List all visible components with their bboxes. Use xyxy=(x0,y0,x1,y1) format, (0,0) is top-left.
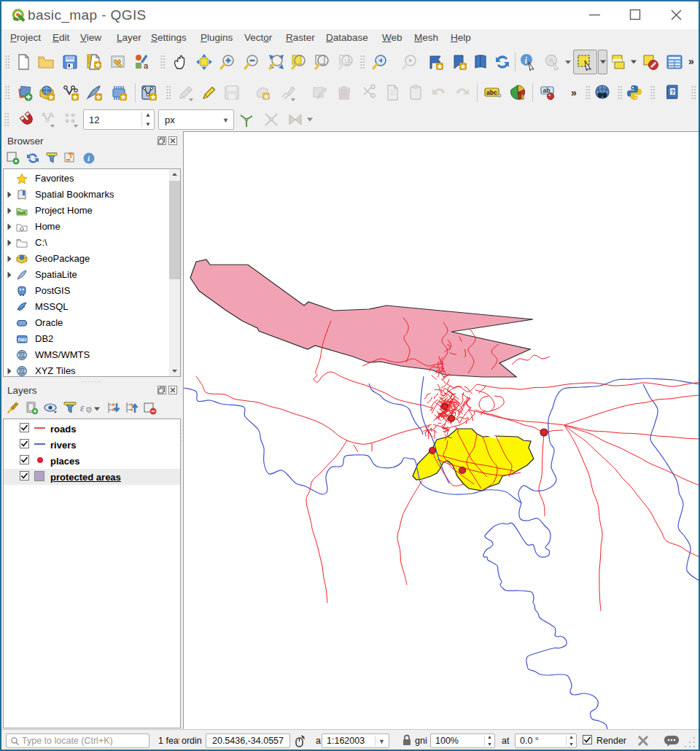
svg-text:1:1: 1:1 xyxy=(344,58,351,63)
svg-text:?: ? xyxy=(671,88,675,96)
svg-text:abc: abc xyxy=(486,89,497,96)
svg-text:a: a xyxy=(144,61,149,70)
svg-text:ε: ε xyxy=(80,402,85,413)
svg-text:DB2: DB2 xyxy=(18,338,28,342)
